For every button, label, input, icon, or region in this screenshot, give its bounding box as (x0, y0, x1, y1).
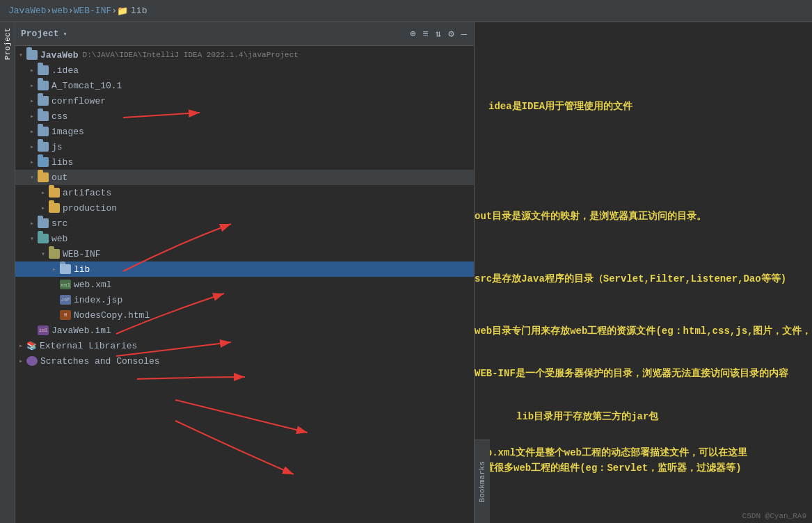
folder-icon-lib (60, 264, 71, 274)
breadcrumb-folder-icon: 📁 (117, 6, 128, 17)
tree-item-tomcat[interactable]: A_Tomcat_10.1 (15, 78, 474, 93)
label-idea: .idea (51, 65, 79, 76)
main-layout: Project Project ▾ ⊕ ≡ ⇅ ⚙ — JavaWeb D:\J… (0, 22, 812, 523)
folder-icon-javaweb (26, 50, 38, 60)
path-javaweb: D:\JAVA\IDEA\IntelliJ IDEA 2022.1.4\java… (83, 51, 298, 59)
ann-web-text: web目录专门用来存放web工程的资源文件(eg：html,css,js,图片，… (475, 325, 812, 337)
arrow-webinf (38, 250, 49, 258)
arrow-production (38, 204, 49, 212)
label-javaweb: JavaWeb (40, 50, 79, 61)
folder-icon-artifacts (49, 188, 60, 198)
folder-icon-web (38, 234, 49, 243)
tree-item-libs[interactable]: libs (15, 154, 474, 170)
tree-item-lib[interactable]: lib (15, 262, 474, 277)
arrow-extlib (15, 341, 26, 350)
toolbar-settings-icon[interactable]: ⚙ (447, 26, 455, 41)
vertical-tab-project[interactable]: Project (1, 22, 14, 65)
tree-item-scratches[interactable]: Scratches and Consoles (15, 353, 474, 369)
ann-webinf-text: WEB-INF是一个受服务器保护的目录，浏览器无法直接访问该目录的内容 (475, 367, 788, 380)
ann-webxml-text: web.xml文件是整个web工程的动态部署描述文件，可以在这里 配置很多web… (475, 445, 747, 476)
panel-title: Project (21, 29, 59, 39)
arrow-artifacts (38, 188, 49, 197)
left-vertical-tab: Project (0, 22, 15, 523)
folder-icon-production (49, 203, 60, 213)
xml-icon-webxml: xml (60, 280, 71, 289)
folder-icon-idea (38, 65, 49, 75)
arrow-css (26, 112, 38, 120)
scratches-icon (26, 356, 38, 366)
tree-item-extlib[interactable]: 📚 External Libraries (15, 338, 474, 353)
label-out: out (51, 172, 67, 183)
tree-item-js[interactable]: js (15, 139, 474, 154)
project-panel: Project ▾ ⊕ ≡ ⇅ ⚙ — JavaWeb D:\JAVA\IDEA… (15, 22, 475, 523)
label-src: src (51, 218, 67, 229)
label-production: production (63, 203, 117, 214)
arrow-idea (26, 66, 38, 74)
breadcrumb-bar: JavaWeb › web › WEB-INF › 📁 lib (0, 0, 812, 22)
tree-item-indexjsp[interactable]: JSP index.jsp (15, 292, 474, 307)
toolbar-collapse-icon[interactable]: ≡ (421, 27, 429, 41)
ann-out-text: out目录是源文件的映射，是浏览器真正访问的目录。 (475, 210, 706, 223)
panel-header: Project ▾ ⊕ ≡ ⇅ ⚙ — (15, 22, 474, 46)
breadcrumb-sep3: › (111, 6, 117, 16)
folder-icon-src (38, 218, 49, 228)
extlib-icon: 📚 (26, 341, 37, 351)
toolbar-sort-icon[interactable]: ⇅ (434, 26, 443, 41)
tree-item-cornflower[interactable]: cornflower (15, 93, 474, 108)
arrow-web (26, 234, 38, 243)
folder-icon-images (38, 127, 49, 136)
tree-item-nodescopy[interactable]: H NodesCopy.html (15, 307, 474, 323)
label-javaweb-iml: JavaWeb.iml (51, 325, 111, 336)
ann-lib-text: lib目录用于存放第三方的jar包 (516, 410, 658, 423)
arrow-lib (49, 265, 60, 273)
label-js: js (51, 142, 63, 152)
breadcrumb-item-webinf[interactable]: WEB-INF (74, 6, 112, 16)
toolbar-hide-icon[interactable]: — (460, 27, 468, 41)
tree-item-production[interactable]: production (15, 200, 474, 216)
tree-item-javaweb[interactable]: JavaWeb D:\JAVA\IDEA\IntelliJ IDEA 2022.… (15, 47, 474, 63)
ann-idea-text: idea是IDEA用于管理使用的文件 (488, 100, 632, 113)
bookmarks-label: Bookmarks (478, 461, 486, 502)
toolbar-locate-icon[interactable]: ⊕ (408, 26, 417, 41)
label-scratches: Scratches and Consoles (40, 356, 160, 367)
label-web: web (51, 234, 67, 244)
annotation-layer: idea是IDEA用于管理使用的文件 out目录是源文件的映射，是浏览器真正访问… (475, 22, 812, 523)
arrow-javaweb (15, 51, 26, 59)
tree-item-out[interactable]: out (15, 170, 474, 185)
breadcrumb-item-javaweb[interactable]: JavaWeb (8, 6, 47, 16)
panel-dropdown-arrow[interactable]: ▾ (63, 30, 67, 38)
tree-item-css[interactable]: css (15, 108, 474, 124)
label-webinf: WEB-INF (63, 249, 101, 259)
arrow-libs (26, 158, 38, 166)
jsp-icon: JSP (60, 295, 71, 305)
breadcrumb-sep2: › (68, 6, 74, 16)
label-css: css (51, 111, 67, 122)
tree-item-idea[interactable]: .idea (15, 63, 474, 78)
tree-item-images[interactable]: images (15, 124, 474, 139)
arrow-scratches (15, 357, 26, 365)
tree-item-webxml[interactable]: xml web.xml (15, 277, 474, 292)
label-artifacts: artifacts (63, 188, 111, 198)
label-extlib: External Libraries (40, 341, 137, 351)
folder-icon-libs (38, 157, 49, 167)
label-libs: libs (51, 157, 73, 168)
tree-item-webinf[interactable]: WEB-INF (15, 246, 474, 262)
tree-item-artifacts[interactable]: artifacts (15, 185, 474, 200)
watermark: CSDN @Cyan_RA9 (742, 512, 806, 520)
project-tree: JavaWeb D:\JAVA\IDEA\IntelliJ IDEA 2022.… (15, 46, 474, 523)
iml-icon: iml (38, 325, 49, 335)
arrow-cornflower (26, 97, 38, 105)
folder-icon-css (38, 111, 49, 121)
folder-icon-out (38, 172, 49, 182)
arrow-src (26, 219, 38, 227)
tree-item-src[interactable]: src (15, 216, 474, 231)
breadcrumb-item-web[interactable]: web (51, 6, 67, 16)
bookmarks-tab[interactable]: Bookmarks (475, 440, 490, 523)
tree-item-javaweb-iml[interactable]: iml JavaWeb.iml (15, 323, 474, 338)
tree-item-web[interactable]: web (15, 231, 474, 246)
label-tomcat: A_Tomcat_10.1 (51, 81, 122, 91)
label-lib: lib (74, 264, 90, 275)
panel-toolbar: ⊕ ≡ ⇅ ⚙ — (408, 26, 468, 41)
folder-icon-webinf (49, 249, 60, 259)
label-indexjsp: index.jsp (74, 295, 122, 305)
